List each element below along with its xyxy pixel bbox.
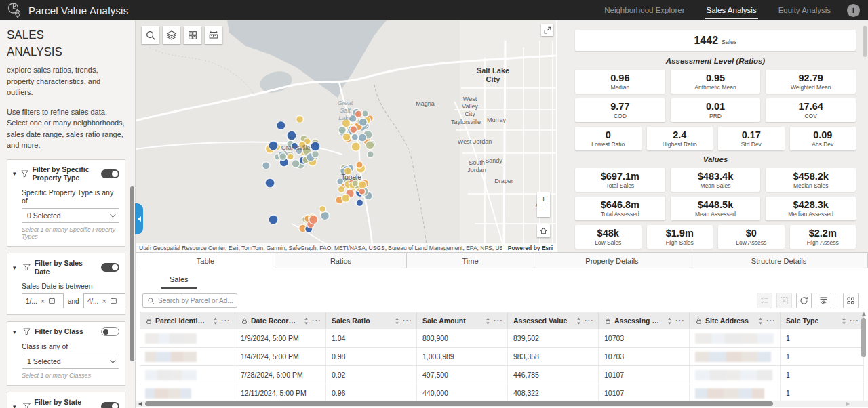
powered-by-esri-link[interactable]: Powered by Esri: [508, 245, 553, 251]
svg-text:Taylorsville: Taylorsville: [451, 119, 481, 125]
total-sales-card: 1442 Sales: [575, 30, 856, 51]
tab-sales[interactable]: Sales: [161, 275, 197, 289]
filter-label: Filter by Specific Property Type: [33, 165, 98, 182]
start-date-input[interactable]: 1/...×: [22, 293, 64, 308]
tab-time[interactable]: Time: [407, 253, 534, 268]
sort-icon[interactable]: [841, 317, 847, 325]
stat-card-median: 0.96Median: [575, 70, 665, 94]
tab-structure-details[interactable]: Structure Details: [690, 253, 868, 268]
column-menu-icon[interactable]: ···: [850, 317, 859, 325]
table-row[interactable]: 7/28/2024, 6:00 PM0.92497,500446,7851010…: [140, 366, 864, 384]
map-measure-button[interactable]: [205, 26, 222, 44]
filter-hint: Select 1 or many Classes: [22, 372, 119, 379]
nav-item-sales-analysis[interactable]: Sales Analysis: [705, 1, 757, 19]
horizontal-scrollbar[interactable]: [136, 401, 868, 407]
redacted-value: [145, 333, 197, 344]
map-layers-button[interactable]: [163, 26, 180, 44]
column-header-parcel-identific-[interactable]: Parcel Identific...···: [140, 312, 235, 329]
column-menu-icon[interactable]: ···: [403, 317, 412, 325]
column-header-sale-type[interactable]: Sale Type···: [781, 312, 864, 329]
table-row[interactable]: 1/9/2024, 5:00 PM1.04803,900839,50210703…: [140, 329, 864, 348]
redacted-value: [695, 388, 764, 399]
map-basemap-button[interactable]: [184, 26, 201, 44]
sort-icon[interactable]: [757, 317, 764, 325]
table-toolbar: [136, 289, 868, 312]
collapse-caret-icon[interactable]: ▾: [13, 264, 19, 271]
sort-icon[interactable]: [485, 317, 491, 325]
scroll-right-arrow[interactable]: [846, 402, 850, 406]
filter-toggle[interactable]: [101, 402, 119, 408]
column-header-sales-ratio[interactable]: Sales Ratio···: [326, 312, 417, 329]
table-row[interactable]: 1/4/2024, 5:00 PM0.981,003,989983,358107…: [140, 348, 864, 366]
sort-icon[interactable]: [303, 317, 309, 325]
map-search-button[interactable]: [142, 26, 159, 44]
sidebar-scrollbar-thumb[interactable]: [130, 186, 134, 361]
column-menu-icon[interactable]: ···: [494, 317, 503, 325]
refresh-button[interactable]: [796, 293, 812, 308]
scroll-up-arrow[interactable]: [862, 312, 866, 316]
tab-property-details[interactable]: Property Details: [534, 253, 690, 268]
vertical-scrollbar-thumb[interactable]: [861, 318, 866, 357]
sidebar-collapse-handle[interactable]: [135, 203, 143, 234]
zoom-in-button[interactable]: +: [537, 192, 550, 205]
map-home-button[interactable]: [537, 224, 550, 237]
clear-date-icon[interactable]: ×: [102, 298, 106, 305]
filter-toggle[interactable]: [101, 327, 119, 336]
stats-scrollbar-thumb[interactable]: [863, 26, 867, 57]
column-label: Assessing Neig...: [614, 317, 661, 325]
sort-icon[interactable]: [394, 317, 400, 325]
tab-table[interactable]: Table: [136, 253, 275, 268]
column-header-date-recorded[interactable]: Date Recorded···: [235, 312, 326, 329]
column-header-sale-amount[interactable]: Sale Amount···: [417, 312, 508, 329]
table-actions-button[interactable]: [843, 293, 859, 308]
table-search-input[interactable]: [158, 297, 233, 304]
show-selection-button[interactable]: [757, 293, 772, 308]
scroll-left-arrow[interactable]: [138, 402, 142, 406]
map-expand-button[interactable]: [541, 24, 553, 36]
map-canvas[interactable]: Salt LakeCityMagnaWestValleyCityTaylorsv…: [136, 20, 556, 252]
column-menu-icon[interactable]: ···: [585, 317, 594, 325]
svg-text:Grantsville: Grantsville: [281, 144, 311, 151]
zoom-out-button[interactable]: −: [537, 205, 550, 217]
total-sales-value: 1442: [694, 35, 718, 47]
column-header-site-address[interactable]: Site Address···: [690, 312, 781, 329]
redacted-value: [145, 370, 197, 380]
info-button[interactable]: i: [847, 4, 860, 17]
table-cell: [140, 348, 235, 365]
collapse-caret-icon[interactable]: ▾: [13, 329, 19, 335]
filter-card-header: ▾Filter by Class: [13, 327, 119, 336]
filter-select[interactable]: 1 Selected: [22, 354, 119, 369]
filter-toggle[interactable]: [101, 263, 119, 272]
horizontal-scrollbar-thumb[interactable]: [145, 401, 773, 406]
calendar-icon[interactable]: [48, 295, 56, 307]
collapse-caret-icon[interactable]: ▾: [13, 403, 19, 408]
vertical-scrollbar[interactable]: [861, 312, 867, 403]
clear-selection-button[interactable]: [776, 293, 792, 308]
column-menu-icon[interactable]: ···: [221, 317, 231, 325]
column-menu-icon[interactable]: ···: [766, 317, 776, 325]
sort-icon[interactable]: [576, 317, 582, 325]
end-date-input[interactable]: 4/...×: [83, 293, 125, 308]
stat-card-prd: 0.01PRD: [671, 98, 761, 122]
column-header-assessing-neig-[interactable]: Assessing Neig...···: [599, 312, 690, 329]
map-base: Salt LakeCityMagnaWestValleyCityTaylorsv…: [136, 20, 556, 252]
tab-ratios[interactable]: Ratios: [275, 253, 407, 268]
stat-value: $458.2k: [793, 171, 828, 182]
calendar-icon[interactable]: [110, 295, 117, 307]
column-header-assessed-value[interactable]: Assessed Value···: [508, 312, 599, 329]
sort-icon[interactable]: [667, 317, 673, 325]
table-search[interactable]: [142, 293, 237, 308]
clear-date-icon[interactable]: ×: [41, 298, 45, 305]
collapse-caret-icon[interactable]: ▾: [13, 170, 17, 177]
table-cell: [140, 329, 235, 347]
redacted-value: [695, 333, 774, 344]
filter-toggle[interactable]: [101, 169, 119, 178]
column-menu-icon[interactable]: ···: [312, 317, 321, 325]
nav-item-equity-analysis[interactable]: Equity Analysis: [777, 1, 832, 19]
table-row[interactable]: 12/11/2024, 5:00 PM0.96440,000408,322101…: [140, 384, 864, 403]
filter-select[interactable]: 0 Selected: [22, 208, 119, 223]
sort-icon[interactable]: [212, 317, 218, 325]
nav-item-neighborhood-explorer[interactable]: Neighborhood Explorer: [603, 1, 686, 19]
column-menu-icon[interactable]: ···: [675, 317, 685, 325]
show-hide-columns-button[interactable]: [816, 293, 831, 308]
